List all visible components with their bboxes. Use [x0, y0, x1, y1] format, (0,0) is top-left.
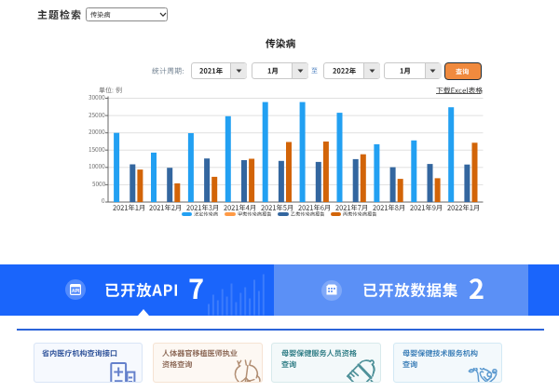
svg-text:API: API	[72, 289, 80, 294]
